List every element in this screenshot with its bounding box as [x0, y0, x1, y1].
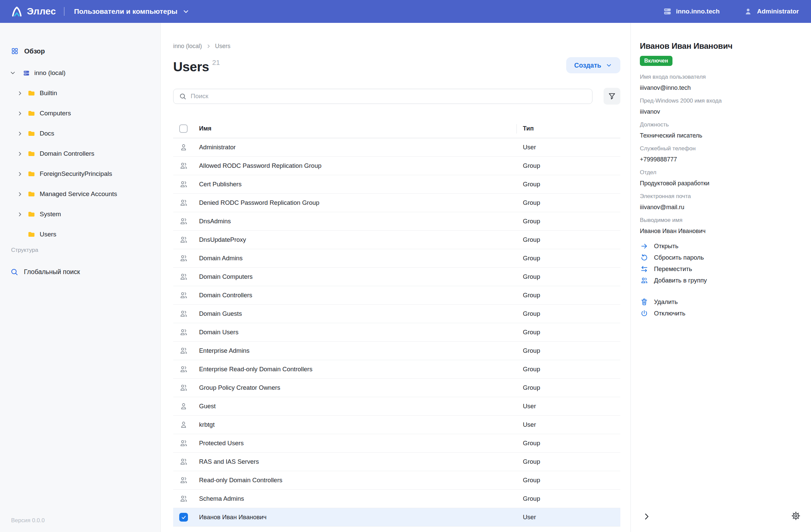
details-panel: Иванов Иван Иванович Включен Имя входа п… [630, 23, 811, 532]
table-row[interactable]: Denied RODC Password Replication Group G… [173, 194, 621, 212]
tree-root-inno-local[interactable]: inno (local) [10, 67, 160, 79]
user-icon [179, 402, 188, 411]
table-row[interactable]: Иванов Иван Иванович User [173, 508, 621, 527]
action-delete[interactable]: Удалить [640, 296, 803, 308]
row-type: Group [517, 310, 621, 317]
row-type: Group [517, 255, 621, 262]
row-type: Group [517, 181, 621, 188]
table-body: Administrator User [173, 138, 621, 527]
table-row[interactable]: Enterprise Read-only Domain Controllers … [173, 360, 621, 379]
table-row[interactable]: Domain Users Group [173, 323, 621, 342]
field-value: Продуктовой разработки [640, 179, 803, 187]
search-input[interactable] [190, 92, 587, 100]
table-row[interactable]: Read-only Domain Controllers Group [173, 471, 621, 490]
table-row[interactable]: krbtgt User [173, 416, 621, 434]
user-actions: Открыть Сбросить пароль Переместить [640, 241, 803, 319]
tree-folder-label: Users [40, 231, 57, 238]
select-all-checkbox[interactable] [179, 124, 188, 133]
folder-icon [27, 170, 35, 178]
row-type-glyph [179, 365, 188, 374]
action-move[interactable]: Переместить [640, 263, 803, 275]
settings-button[interactable] [790, 510, 802, 523]
field-label: Электронная почта [640, 193, 803, 200]
domain-indicator[interactable]: inno.inno.tech [663, 7, 720, 16]
tree-folder-item[interactable]: Users [0, 224, 160, 244]
collapse-panel-button[interactable] [641, 511, 652, 523]
tree-children: Builtin Computers [0, 83, 160, 244]
tree-folder-item[interactable]: Managed Service Accounts [0, 184, 160, 204]
table-row[interactable]: Domain Controllers Group [173, 286, 621, 305]
tree-folder-label: Docs [40, 130, 54, 137]
chevron-right-icon [17, 211, 23, 217]
table-row[interactable]: Schema Admins Group [173, 490, 621, 508]
breadcrumb: inno (local) Users [173, 42, 621, 50]
table-row[interactable]: Cert Publishers Group [173, 175, 621, 194]
structure-section-label: Структура [11, 246, 160, 254]
table-row[interactable]: Group Policy Creator Owners Group [173, 379, 621, 397]
table-row[interactable]: RAS and IAS Servers Group [173, 453, 621, 471]
sidebar-item-overview[interactable]: Обзор [11, 45, 160, 57]
table-row[interactable]: Domain Guests Group [173, 305, 621, 323]
table-row[interactable]: Guest User [173, 397, 621, 416]
tree-folder-item[interactable]: Domain Controllers [0, 143, 160, 164]
action-open[interactable]: Открыть [640, 241, 803, 252]
action-disable[interactable]: Отключить [640, 308, 803, 319]
create-button-label: Создать [574, 62, 601, 69]
row-type: Group [517, 495, 621, 502]
folder-icon [27, 210, 35, 218]
group-icon [179, 476, 188, 485]
table-row[interactable]: DnsAdmins Group [173, 212, 621, 231]
group-icon [179, 494, 188, 503]
power-icon [640, 309, 648, 318]
module-switcher[interactable]: Пользователи и компьютеры [74, 7, 190, 15]
filter-button[interactable] [603, 88, 621, 105]
row-type: Group [517, 273, 621, 280]
chevron-right-icon [17, 171, 23, 177]
row-type: Group [517, 458, 621, 466]
tree-folder-item[interactable]: Docs [0, 123, 160, 143]
tree-folder-item[interactable]: Computers [0, 103, 160, 123]
create-button[interactable]: Создать [566, 57, 621, 73]
table-row[interactable]: Domain Computers Group [173, 268, 621, 286]
danger-actions: Удалить Отключить [640, 296, 803, 319]
move-icon [640, 265, 648, 273]
row-type: Group [517, 291, 621, 299]
table-header: Имя Тип [173, 119, 621, 138]
table-row[interactable]: Protected Users Group [173, 434, 621, 453]
action-label: Сбросить пароль [654, 254, 704, 261]
row-type: Group [517, 384, 621, 392]
field-label: Должность [640, 121, 803, 128]
tree-folder-item[interactable]: ForeignSecurityPrincipals [0, 164, 160, 184]
action-add-to-group[interactable]: Добавить в группу [640, 275, 803, 286]
group-icon [179, 383, 188, 392]
chevron-right-icon [642, 512, 651, 521]
table-row[interactable]: Administrator User [173, 138, 621, 157]
sidebar-global-search[interactable]: Глобальный поиск [10, 266, 160, 277]
row-type-glyph [179, 383, 188, 392]
title-row: Users 21 [173, 59, 621, 75]
table-row[interactable]: Domain Admins Group [173, 249, 621, 268]
row-name: Domain Admins [199, 255, 517, 262]
tree-folder-label: Managed Service Accounts [40, 190, 117, 198]
field-label: Отдел [640, 169, 803, 176]
chevron-right-icon [17, 131, 23, 137]
breadcrumb-root[interactable]: inno (local) [173, 43, 202, 50]
account-menu[interactable]: Administrator [744, 7, 799, 16]
tree-folder-item[interactable]: System [0, 204, 160, 224]
logo-text: Эллес [27, 6, 56, 17]
row-type-glyph [179, 162, 188, 170]
folder-icon [27, 190, 35, 198]
table-row[interactable]: Allowed RODC Password Replication Group … [173, 157, 621, 175]
row-type-glyph [179, 198, 188, 207]
row-type-glyph [179, 494, 188, 503]
tree-folder-label: System [40, 211, 61, 218]
table-row[interactable]: DnsUpdateProxy Group [173, 231, 621, 249]
app-logo[interactable]: Эллес [10, 5, 56, 18]
action-reset-password[interactable]: Сбросить пароль [640, 252, 803, 263]
tree-folder-item[interactable]: Builtin [0, 83, 160, 103]
row-name: Domain Controllers [199, 291, 517, 299]
group-icon [179, 272, 188, 281]
tree-folder-label: Builtin [40, 89, 57, 97]
table-row[interactable]: Enterprise Admins Group [173, 342, 621, 360]
row-name: Domain Computers [199, 273, 517, 280]
